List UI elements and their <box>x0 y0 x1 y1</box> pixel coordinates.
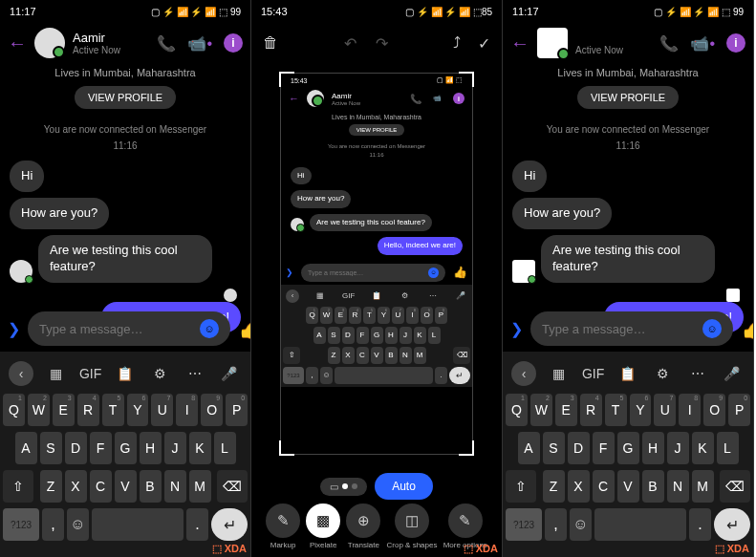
kb-key-l[interactable]: L <box>214 432 236 464</box>
kb-enter-key[interactable]: ↵ <box>714 508 750 541</box>
kb-key-u[interactable]: U7 <box>654 394 676 426</box>
kb-key-b[interactable]: B <box>385 347 398 364</box>
markup-tool[interactable]: ✎Markup <box>266 503 300 549</box>
view-profile-button[interactable]: VIEW PROFILE <box>75 86 176 109</box>
kb-key-n[interactable]: N <box>667 470 689 503</box>
kb-key-h[interactable]: H <box>140 432 162 464</box>
kb-key-r[interactable]: R4 <box>349 307 361 324</box>
undo-icon[interactable]: ↶ <box>344 34 356 53</box>
kb-key-f[interactable]: F <box>90 432 112 464</box>
user-info[interactable]: Aamir Active Now <box>575 31 652 55</box>
kb-key-p[interactable]: P0 <box>226 394 248 426</box>
message-input[interactable]: ☺ <box>28 311 230 346</box>
kb-gif-icon[interactable]: GIF <box>78 361 103 386</box>
crop-tool[interactable]: ◫Crop & shapes <box>387 503 438 549</box>
kb-key-z[interactable]: Z <box>328 347 340 364</box>
kb-key-y[interactable]: Y6 <box>127 394 149 426</box>
kb-key-n[interactable]: N <box>164 470 186 503</box>
kb-sticker-icon[interactable]: ▦ <box>43 361 68 386</box>
auto-button[interactable]: Auto <box>375 473 433 500</box>
redo-icon[interactable]: ↷ <box>376 34 388 53</box>
message-input[interactable]: ☺ <box>530 311 733 346</box>
kb-more-icon[interactable]: ⋯ <box>183 361 207 386</box>
msg-avatar-pixelated[interactable] <box>512 260 535 283</box>
kb-key-m[interactable]: M <box>189 470 211 503</box>
kb-settings-icon[interactable]: ⚙ <box>147 361 172 386</box>
kb-key-g[interactable]: G <box>617 432 639 464</box>
video-icon[interactable]: 📹• <box>690 34 715 53</box>
emoji-icon[interactable]: ☺ <box>702 319 722 338</box>
thumbs-up-icon[interactable]: 👍 <box>238 316 251 341</box>
info-icon[interactable]: i <box>726 33 745 53</box>
kb-mic-icon[interactable]: 🎤 <box>720 361 745 386</box>
back-button[interactable]: ← <box>510 32 529 54</box>
kb-period-key[interactable]: . <box>186 508 208 541</box>
call-icon[interactable]: 📞 <box>659 34 679 53</box>
aspect-ratio-button[interactable]: ▭ <box>320 478 367 496</box>
info-icon[interactable]: i <box>224 33 243 53</box>
kb-key-f[interactable]: F <box>356 327 369 344</box>
kb-key-y[interactable]: Y6 <box>630 394 652 426</box>
kb-key-x[interactable]: X <box>568 470 590 503</box>
kb-numeric-key[interactable]: ?123 <box>506 508 542 541</box>
kb-key-f[interactable]: F <box>593 432 615 464</box>
kb-key-w[interactable]: W2 <box>530 394 552 426</box>
kb-key-s[interactable]: S <box>328 327 340 344</box>
kb-collapse-icon[interactable]: ‹ <box>9 361 33 386</box>
kb-clipboard-icon[interactable]: 📋 <box>616 361 640 386</box>
kb-settings-icon[interactable]: ⚙ <box>650 361 675 386</box>
kb-key-i[interactable]: I8 <box>176 394 198 426</box>
kb-key-a[interactable]: A <box>518 432 540 464</box>
kb-key-c[interactable]: C <box>90 470 112 503</box>
kb-emoji-key[interactable]: ☺ <box>67 508 89 541</box>
kb-key-b[interactable]: B <box>642 470 664 503</box>
user-avatar-pixelated[interactable] <box>537 28 568 58</box>
kb-key-z[interactable]: Z <box>543 470 565 503</box>
kb-enter-key[interactable]: ↵ <box>211 508 248 541</box>
kb-key-t[interactable]: T5 <box>363 307 376 324</box>
delete-icon[interactable]: 🗑 <box>263 34 278 52</box>
kb-key-t[interactable]: T5 <box>102 394 124 426</box>
kb-clipboard-icon[interactable]: 📋 <box>113 361 138 386</box>
expand-icon[interactable]: ❯ <box>8 320 20 338</box>
kb-key-a[interactable]: A <box>15 432 37 464</box>
kb-backspace-key[interactable]: ⌫ <box>720 470 750 503</box>
kb-key-q[interactable]: Q1 <box>506 394 528 426</box>
kb-shift-key[interactable]: ⇧ <box>3 470 33 503</box>
back-button[interactable]: ← <box>8 32 27 54</box>
kb-key-l[interactable]: L <box>717 432 739 464</box>
share-icon[interactable]: ⤴ <box>453 34 461 53</box>
kb-key-o[interactable]: O9 <box>201 394 223 426</box>
kb-key-u[interactable]: U7 <box>151 394 173 426</box>
kb-key-d[interactable]: D <box>342 327 355 344</box>
call-icon[interactable]: 📞 <box>157 34 176 53</box>
kb-key-s[interactable]: S <box>40 432 62 464</box>
kb-key-l[interactable]: L <box>428 327 441 344</box>
user-avatar[interactable] <box>34 28 65 58</box>
kb-key-h[interactable]: H <box>642 432 664 464</box>
kb-comma-key[interactable]: , <box>42 508 64 541</box>
kb-comma-key[interactable]: , <box>545 508 567 541</box>
kb-key-e[interactable]: E3 <box>335 307 347 324</box>
kb-key-a[interactable]: A <box>313 327 326 344</box>
kb-key-w[interactable]: W2 <box>28 394 50 426</box>
translate-tool[interactable]: ⊕Translate <box>346 503 380 549</box>
kb-backspace-key[interactable]: ⌫ <box>217 470 248 503</box>
kb-key-w[interactable]: W2 <box>320 307 333 324</box>
kb-key-t[interactable]: T5 <box>605 394 627 426</box>
kb-numeric-key[interactable]: ?123 <box>3 508 39 541</box>
kb-key-v[interactable]: V <box>617 470 639 503</box>
kb-key-y[interactable]: Y6 <box>378 307 390 324</box>
msg-avatar[interactable] <box>10 260 32 283</box>
kb-key-m[interactable]: M <box>414 347 426 364</box>
kb-emoji-key[interactable]: ☺ <box>570 508 592 541</box>
kb-key-r[interactable]: R4 <box>77 394 99 426</box>
kb-sticker-icon[interactable]: ▦ <box>546 361 571 386</box>
kb-space-key[interactable] <box>92 508 184 541</box>
kb-key-c[interactable]: C <box>593 470 615 503</box>
kb-key-q[interactable]: Q1 <box>3 394 25 426</box>
kb-collapse-icon[interactable]: ‹ <box>511 361 536 386</box>
kb-key-e[interactable]: E3 <box>555 394 577 426</box>
kb-key-r[interactable]: R4 <box>580 394 602 426</box>
crop-handle-br[interactable] <box>459 440 474 456</box>
